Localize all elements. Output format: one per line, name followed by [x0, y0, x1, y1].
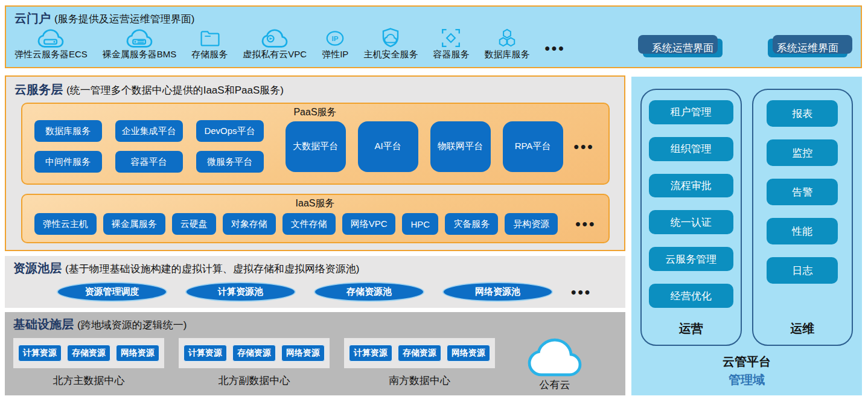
- datacenter-name: 北方副数据中心: [219, 374, 290, 388]
- mgmt-item-cloud-service-management[interactable]: 云服务管理: [649, 247, 733, 271]
- paas-item-enterprise-integration-platform[interactable]: 企业集成平台: [115, 120, 183, 142]
- datacenter-card: 计算资源 存储资源 网络资源: [344, 338, 495, 368]
- resource-layer-subtitle: (基于物理基础设施构建的虚拟计算、虚拟存储和虚拟网络资源池): [65, 262, 359, 276]
- paas-small-grid: 数据库服务 企业集成平台 DevOps平台 中间件服务 容器平台 微服务平台: [34, 120, 264, 173]
- pool-resource-scheduling[interactable]: 资源管理调度: [57, 282, 167, 302]
- storage-resource-chip[interactable]: 存储资源: [398, 345, 441, 362]
- paas-item-container-platform[interactable]: 容器平台: [115, 151, 183, 173]
- network-resource-chip[interactable]: 网络资源: [281, 345, 325, 362]
- elastic-ip-icon-text: IP: [332, 35, 339, 42]
- portal-service-storage[interactable]: 存储服务: [191, 28, 228, 60]
- network-resource-chip[interactable]: 网络资源: [116, 345, 159, 362]
- portal-service-bms[interactable]: 裸金属服务器BMS: [103, 28, 177, 60]
- iaas-item-network-vpc[interactable]: 网络VPC: [342, 213, 396, 235]
- shield-cloud-icon: [380, 27, 401, 48]
- portal-service-label: 弹性云服务器ECS: [14, 49, 88, 60]
- datacenter-card: 计算资源 存储资源 网络资源: [179, 338, 330, 368]
- cloud-server-icon: [37, 28, 64, 48]
- paas-large-group: 大数据平台 AI平台 物联网平台 RPA平台: [286, 121, 563, 172]
- cloud-layer-subtitle: (统一管理多个数据中心提供的IaaS和PaaS服务): [66, 83, 284, 97]
- infra-layer-header: 基础设施层 (跨地域资源的逻辑统一): [13, 316, 617, 333]
- portal-service-label: 主机安全服务: [363, 49, 418, 60]
- infrastructure-layer: 基础设施层 (跨地域资源的逻辑统一) 计算资源 存储资源 网络资源 北方主数据中…: [5, 312, 625, 395]
- datacenter-north-secondary: 计算资源 存储资源 网络资源 北方副数据中心: [179, 338, 330, 388]
- portal-service-eip[interactable]: IP 弹性IP: [322, 28, 348, 60]
- paas-item-bigdata-platform[interactable]: 大数据平台: [286, 121, 346, 172]
- paas-item-devops-platform[interactable]: DevOps平台: [196, 120, 264, 142]
- ellipsis: •••: [574, 139, 595, 154]
- paas-item-rpa-platform[interactable]: RPA平台: [503, 121, 563, 172]
- elastic-ip-icon: IP: [324, 28, 346, 48]
- compute-resource-chip[interactable]: 计算资源: [18, 345, 62, 362]
- cloud-layer-header: 云服务层 (统一管理多个数据中心提供的IaaS和PaaS服务): [14, 81, 616, 98]
- public-cloud-label: 公有云: [540, 378, 570, 392]
- management-columns: 租户管理 组织管理 流程审批 统一认证 云服务管理 经营优化 运营 报表 监控 …: [631, 77, 862, 346]
- portal-service-label: 虚拟私有云VPC: [243, 49, 307, 60]
- resource-layer-header: 资源池层 (基于物理基础设施构建的虚拟计算、虚拟存储和虚拟网络资源池): [13, 260, 617, 276]
- resource-layer-title: 资源池层: [13, 260, 62, 276]
- iaas-item-object-storage[interactable]: 对象存储: [223, 213, 276, 235]
- network-resource-chip[interactable]: 网络资源: [447, 345, 490, 362]
- portal-service-vpc[interactable]: 虚拟私有云VPC: [243, 28, 307, 60]
- folder-icon: [198, 28, 221, 48]
- resource-pool-layer: 资源池层 (基于物理基础设施构建的虚拟计算、虚拟存储和虚拟网络资源池) 资源管理…: [5, 256, 625, 308]
- paas-item-middleware-service[interactable]: 中间件服务: [34, 151, 102, 173]
- system-maintenance-ui-button[interactable]: 系统运维界面: [768, 39, 847, 57]
- datacenter-south: 计算资源 存储资源 网络资源 南方数据中心: [344, 338, 495, 388]
- storage-resource-chip[interactable]: 存储资源: [67, 345, 110, 362]
- iaas-item-file-storage[interactable]: 文件存储: [282, 213, 336, 235]
- pool-row: 资源管理调度 计算资源池 存储资源池 网络资源池 •••: [57, 282, 617, 302]
- iaas-item-disaster-recovery[interactable]: 灾备服务: [445, 213, 498, 235]
- iaas-item-hpc[interactable]: HPC: [402, 213, 438, 235]
- cloud-layer-title: 云服务层: [14, 81, 63, 98]
- mgmt-item-org-management[interactable]: 组织管理: [649, 137, 733, 161]
- pool-storage[interactable]: 存储资源池: [314, 282, 424, 302]
- mgmt-item-monitoring[interactable]: 监控: [767, 139, 838, 166]
- pool-compute[interactable]: 计算资源池: [185, 282, 296, 302]
- mgmt-item-performance[interactable]: 性能: [767, 218, 838, 244]
- mgmt-item-log[interactable]: 日志: [767, 257, 838, 284]
- infra-row: 计算资源 存储资源 网络资源 北方主数据中心 计算资源 存储资源 网络资源 北方…: [13, 338, 617, 392]
- mgmt-item-tenant-management[interactable]: 租户管理: [649, 100, 733, 124]
- iaas-item-heterogeneous-resources[interactable]: 异构资源: [505, 213, 558, 235]
- infra-layer-subtitle: (跨地域资源的逻辑统一): [77, 318, 187, 332]
- cloud-management-platform-label: 云管平台: [631, 354, 862, 370]
- paas-item-ai-platform[interactable]: AI平台: [358, 121, 418, 172]
- system-operation-ui-button[interactable]: 系统运营界面: [643, 39, 723, 57]
- mgmt-item-unified-auth[interactable]: 统一认证: [649, 210, 733, 234]
- iaas-item-bare-metal-service[interactable]: 裸金属服务: [103, 213, 165, 235]
- datacenter-name: 北方主数据中心: [53, 374, 125, 388]
- portal-service-container[interactable]: 容器服务: [433, 28, 469, 60]
- compute-resource-chip[interactable]: 计算资源: [349, 345, 392, 362]
- portal-service-host-security[interactable]: 主机安全服务: [363, 27, 418, 60]
- maintenance-column-label: 运维: [790, 321, 814, 337]
- portal-banner: 云门户 (服务提供及运营运维管理界面) 弹性云服务器ECS 裸金属服务器BMS: [5, 5, 862, 68]
- datacenter-name: 南方数据中心: [389, 374, 450, 388]
- ellipsis: •••: [571, 285, 592, 299]
- mgmt-item-report[interactable]: 报表: [767, 100, 838, 127]
- public-cloud-icon: [526, 338, 584, 377]
- portal-service-label: 弹性IP: [322, 49, 348, 60]
- cloud-vpc-icon: [261, 28, 288, 48]
- portal-service-ecs[interactable]: 弹性云服务器ECS: [14, 28, 88, 60]
- mgmt-item-alarm[interactable]: 告警: [767, 179, 838, 205]
- paas-item-iot-platform[interactable]: 物联网平台: [430, 121, 491, 172]
- portal-service-label: 裸金属服务器BMS: [103, 49, 177, 60]
- datacenter-card: 计算资源 存储资源 网络资源: [13, 338, 164, 368]
- portal-subtitle: (服务提供及运营运维管理界面): [54, 12, 194, 26]
- portal-header: 云门户 (服务提供及运营运维管理界面): [14, 10, 854, 27]
- storage-resource-chip[interactable]: 存储资源: [232, 345, 276, 362]
- portal-services-row: 弹性云服务器ECS 裸金属服务器BMS 存储服务 虚: [14, 27, 854, 60]
- pool-network[interactable]: 网络资源池: [442, 282, 553, 302]
- paas-content: 数据库服务 企业集成平台 DevOps平台 中间件服务 容器平台 微服务平台 大…: [22, 119, 608, 173]
- paas-item-microservice-platform[interactable]: 微服务平台: [196, 151, 264, 173]
- iaas-item-cloud-disk[interactable]: 云硬盘: [172, 213, 216, 235]
- infra-layer-title: 基础设施层: [13, 316, 74, 333]
- paas-item-database-service[interactable]: 数据库服务: [34, 120, 102, 142]
- public-cloud: 公有云: [509, 338, 600, 392]
- compute-resource-chip[interactable]: 计算资源: [183, 345, 227, 362]
- mgmt-item-process-approval[interactable]: 流程审批: [649, 174, 733, 198]
- portal-service-database[interactable]: 数据库服务: [484, 28, 529, 60]
- mgmt-item-business-optimization[interactable]: 经营优化: [649, 284, 733, 308]
- iaas-item-elastic-cloud-host[interactable]: 弹性云主机: [34, 213, 97, 235]
